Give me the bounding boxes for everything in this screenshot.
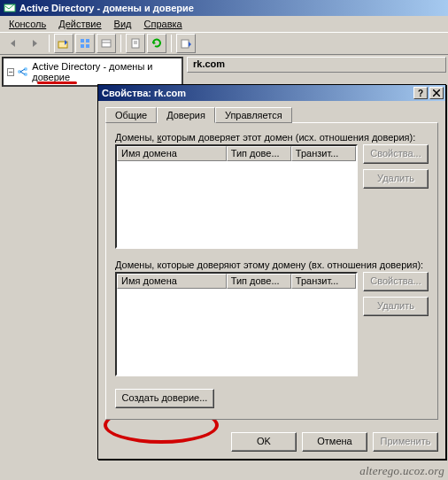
show-hide-button[interactable] [97,34,116,53]
tree-root[interactable]: − Active Directory - домены и доверие [5,60,180,83]
domains-icon [17,66,29,78]
outgoing-properties-button: Свойства... [363,144,429,164]
incoming-trusts-label: Домены, которые доверяют этому домену (в… [115,259,429,270]
incoming-remove-button: Удалить [363,297,429,316]
incoming-trusts-list[interactable]: Имя домена Тип дове... Транзит... [115,272,358,376]
export-button[interactable] [176,34,196,53]
menu-action[interactable]: Действие [53,18,106,30]
outgoing-trusts-list[interactable]: Имя домена Тип дове... Транзит... [115,144,358,249]
new-trust-button[interactable]: Создать доверие... [115,389,214,408]
watermark: alterego.ucoz.org [359,464,444,478]
menu-help[interactable]: Справка [139,18,188,30]
outgoing-list-header: Имя домена Тип дове... Транзит... [117,146,356,161]
properties-button[interactable] [126,34,145,53]
tab-panel-trusts: Домены, которым доверяет этот домен (исх… [105,122,438,420]
properties-dialog: Свойства: rk.com ? Общие Доверия Управля… [97,84,446,460]
menu-console[interactable]: Консоль [4,18,51,30]
dialog-title-bar: Свойства: rk.com ? [98,85,445,101]
svg-line-16 [20,72,25,74]
back-button[interactable] [4,34,23,53]
list-header: rk.com [187,57,446,73]
toolbar-separator [49,35,50,52]
close-button[interactable] [429,87,444,99]
col-domain-name[interactable]: Имя домена [117,274,227,289]
svg-rect-4 [81,44,84,48]
toolbar [0,32,448,55]
col-domain-name[interactable]: Имя домена [117,146,227,161]
col-trust-type[interactable]: Тип дове... [227,274,291,289]
incoming-list-header: Имя домена Тип дове... Транзит... [117,274,356,289]
col-transitive[interactable]: Транзит... [291,274,356,289]
toolbar-separator [120,35,121,52]
cancel-button[interactable]: Отмена [302,432,367,452]
views-button[interactable] [75,34,95,53]
dialog-title: Свойства: rk.com [102,88,186,98]
svg-rect-2 [81,39,84,43]
refresh-button[interactable] [147,34,166,53]
menu-view[interactable]: Вид [109,18,137,30]
svg-rect-5 [86,44,89,48]
ok-button[interactable]: OK [231,432,297,452]
tab-managed-by[interactable]: Управляется [215,107,292,123]
apply-button: Применить [373,432,438,452]
outgoing-trusts-label: Домены, которым доверяет этот домен (исх… [115,132,429,143]
tab-strip: Общие Доверия Управляется [105,107,438,123]
tree-child-label: rk.com [36,85,66,87]
menu-bar: Консоль Действие Вид Справка [0,16,448,32]
toolbar-separator [171,35,172,52]
forward-button[interactable] [25,34,44,53]
col-trust-type[interactable]: Тип дове... [227,146,291,161]
help-button[interactable]: ? [413,87,428,99]
domain-icon [21,84,34,87]
tab-general[interactable]: Общие [105,107,157,123]
list-header-label: rk.com [193,58,225,69]
app-icon [4,2,16,14]
col-transitive[interactable]: Транзит... [291,146,356,161]
tree-pane[interactable]: − Active Directory - домены и доверие rk… [2,57,183,87]
svg-rect-11 [182,40,189,48]
tree-root-label: Active Directory - домены и доверие [32,61,178,82]
main-title-bar: Active Directory - домены и доверие [0,0,448,16]
outgoing-remove-button: Удалить [363,169,429,189]
main-title: Active Directory - домены и доверие [19,3,194,13]
collapse-icon[interactable]: − [7,68,14,76]
dialog-footer: OK Отмена Применить [98,427,445,459]
up-button[interactable] [54,34,73,53]
tab-trusts[interactable]: Доверия [157,107,215,123]
svg-rect-6 [102,40,111,47]
incoming-properties-button: Свойства... [363,272,429,291]
svg-line-15 [20,69,25,72]
svg-rect-3 [86,39,89,43]
